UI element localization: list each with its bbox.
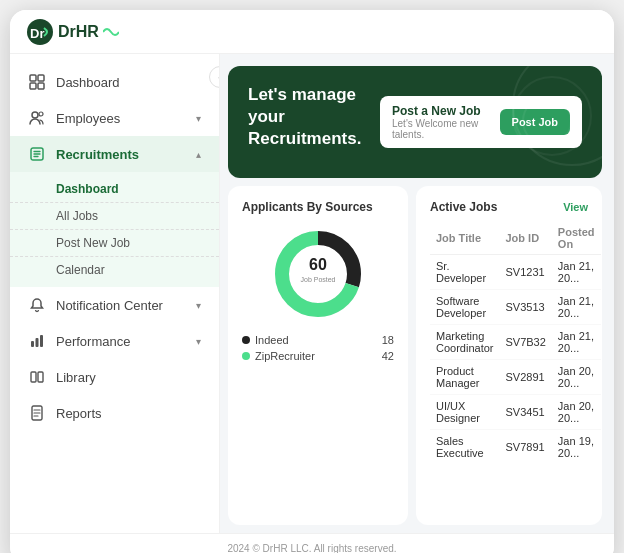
svg-rect-3 bbox=[38, 75, 44, 81]
svg-rect-2 bbox=[30, 75, 36, 81]
cell-id: SV1231 bbox=[499, 255, 551, 290]
performance-icon bbox=[28, 332, 46, 350]
logo-area: Dr DrHR bbox=[26, 18, 119, 46]
jobs-table-head: Job Title Job ID Posted On bbox=[430, 222, 601, 255]
sidebar-item-performance[interactable]: Performance ▾ bbox=[10, 323, 219, 359]
performance-chevron-icon: ▾ bbox=[196, 336, 201, 347]
legend-item-ziprecruiter: ZipRecruiter 42 bbox=[242, 350, 394, 362]
svg-rect-11 bbox=[40, 335, 43, 347]
col-job-title: Job Title bbox=[430, 222, 499, 255]
sidebar-item-label-library: Library bbox=[56, 370, 96, 385]
svg-text:Job Posted: Job Posted bbox=[300, 276, 335, 283]
indeed-dot bbox=[242, 336, 250, 344]
sidebar-item-dashboard[interactable]: Dashboard bbox=[10, 64, 219, 100]
col-job-id: Job ID bbox=[499, 222, 551, 255]
cell-id: SV7891 bbox=[499, 430, 551, 465]
submenu-item-dashboard[interactable]: Dashboard bbox=[10, 176, 219, 203]
cell-posted: Jan 21, 20... bbox=[552, 325, 601, 360]
jobs-table-body: Sr. DeveloperSV1231Jan 21, 20...Software… bbox=[430, 255, 601, 465]
sidebar-item-notification-center[interactable]: Notification Center ▾ bbox=[10, 287, 219, 323]
hero-banner: Let's manage yourRecruitments. Post a Ne… bbox=[228, 66, 602, 178]
recruitments-submenu: Dashboard All Jobs Post New Job Calendar bbox=[10, 172, 219, 287]
chart-panel: Applicants By Sources 60 Job Posted bbox=[228, 186, 408, 525]
cell-posted: Jan 21, 20... bbox=[552, 255, 601, 290]
recruitments-chevron-icon: ▴ bbox=[196, 149, 201, 160]
content-area: Let's manage yourRecruitments. Post a Ne… bbox=[220, 54, 614, 533]
svg-rect-12 bbox=[31, 372, 36, 382]
cell-title: Marketing Coordinator bbox=[430, 325, 499, 360]
recruitments-icon bbox=[28, 145, 46, 163]
submenu-item-post-new-job[interactable]: Post New Job bbox=[10, 230, 219, 257]
cell-title: Sr. Developer bbox=[430, 255, 499, 290]
sidebar: ‹ Dashboard Employees ▾ bbox=[10, 54, 220, 533]
svg-rect-5 bbox=[38, 83, 44, 89]
notification-chevron-icon: ▾ bbox=[196, 300, 201, 311]
svg-point-6 bbox=[32, 112, 38, 118]
cell-title: Sales Executive bbox=[430, 430, 499, 465]
sidebar-item-recruitments[interactable]: Recruitments ▴ bbox=[10, 136, 219, 172]
donut-chart: 60 Job Posted bbox=[268, 224, 368, 324]
sidebar-item-label-recruitments: Recruitments bbox=[56, 147, 139, 162]
cell-id: SV3451 bbox=[499, 395, 551, 430]
app-container: Dr DrHR ‹ Dashboard bbox=[10, 10, 614, 553]
cell-posted: Jan 21, 20... bbox=[552, 290, 601, 325]
ziprecruiter-value: 42 bbox=[382, 350, 394, 362]
view-all-link[interactable]: View bbox=[563, 201, 588, 213]
sidebar-item-label-reports: Reports bbox=[56, 406, 102, 421]
ziprecruiter-dot bbox=[242, 352, 250, 360]
jobs-panel-title: Active Jobs bbox=[430, 200, 497, 214]
cell-posted: Jan 19, 20... bbox=[552, 430, 601, 465]
svg-text:60: 60 bbox=[309, 256, 327, 273]
table-row: Software DeveloperSV3513Jan 21, 20... bbox=[430, 290, 601, 325]
svg-rect-13 bbox=[38, 372, 43, 382]
employees-chevron-icon: ▾ bbox=[196, 113, 201, 124]
logo-decoration bbox=[103, 26, 119, 38]
sidebar-item-label-dashboard: Dashboard bbox=[56, 75, 120, 90]
footer-text: 2024 © DrHR LLC. All rights reserved. bbox=[227, 543, 396, 553]
top-bar: Dr DrHR bbox=[10, 10, 614, 54]
sidebar-item-label-performance: Performance bbox=[56, 334, 130, 349]
hero-text: Let's manage yourRecruitments. bbox=[248, 84, 380, 160]
logo-icon: Dr bbox=[26, 18, 54, 46]
cell-title: Software Developer bbox=[430, 290, 499, 325]
sidebar-item-label-notification-center: Notification Center bbox=[56, 298, 163, 313]
bottom-panels: Applicants By Sources 60 Job Posted bbox=[220, 186, 614, 533]
table-row: Sr. DeveloperSV1231Jan 21, 20... bbox=[430, 255, 601, 290]
sidebar-item-library[interactable]: Library bbox=[10, 359, 219, 395]
submenu-item-calendar[interactable]: Calendar bbox=[10, 257, 219, 283]
bell-icon bbox=[28, 296, 46, 314]
logo-text: DrHR bbox=[58, 23, 99, 41]
table-row: Marketing CoordinatorSV7B32Jan 21, 20... bbox=[430, 325, 601, 360]
table-row: Sales ExecutiveSV7891Jan 19, 20... bbox=[430, 430, 601, 465]
footer: 2024 © DrHR LLC. All rights reserved. bbox=[10, 533, 614, 553]
sidebar-item-reports[interactable]: Reports bbox=[10, 395, 219, 431]
cell-title: UI/UX Designer bbox=[430, 395, 499, 430]
cell-id: SV3513 bbox=[499, 290, 551, 325]
svg-text:Dr: Dr bbox=[30, 26, 44, 41]
indeed-label: Indeed bbox=[255, 334, 289, 346]
jobs-panel-header: Active Jobs View bbox=[430, 200, 588, 214]
chart-legend: Indeed 18 ZipRecruiter 42 bbox=[242, 334, 394, 362]
chart-title: Applicants By Sources bbox=[242, 200, 394, 214]
submenu-item-all-jobs[interactable]: All Jobs bbox=[10, 203, 219, 230]
legend-item-indeed: Indeed 18 bbox=[242, 334, 394, 346]
sidebar-item-label-employees: Employees bbox=[56, 111, 120, 126]
svg-rect-4 bbox=[30, 83, 36, 89]
dashboard-icon bbox=[28, 73, 46, 91]
cell-posted: Jan 20, 20... bbox=[552, 395, 601, 430]
indeed-value: 18 bbox=[382, 334, 394, 346]
hero-bg-decoration bbox=[442, 66, 602, 178]
active-jobs-panel: Active Jobs View Job Title Job ID Posted… bbox=[416, 186, 602, 525]
table-row: UI/UX DesignerSV3451Jan 20, 20... bbox=[430, 395, 601, 430]
cell-posted: Jan 20, 20... bbox=[552, 360, 601, 395]
cell-id: SV7B32 bbox=[499, 325, 551, 360]
cell-id: SV2891 bbox=[499, 360, 551, 395]
table-row: Product ManagerSV2891Jan 20, 20... bbox=[430, 360, 601, 395]
reports-icon bbox=[28, 404, 46, 422]
sidebar-item-employees[interactable]: Employees ▾ bbox=[10, 100, 219, 136]
donut-chart-wrapper: 60 Job Posted bbox=[242, 224, 394, 324]
col-posted-on: Posted On bbox=[552, 222, 601, 255]
main-layout: ‹ Dashboard Employees ▾ bbox=[10, 54, 614, 533]
svg-rect-9 bbox=[31, 341, 34, 347]
ziprecruiter-label: ZipRecruiter bbox=[255, 350, 315, 362]
